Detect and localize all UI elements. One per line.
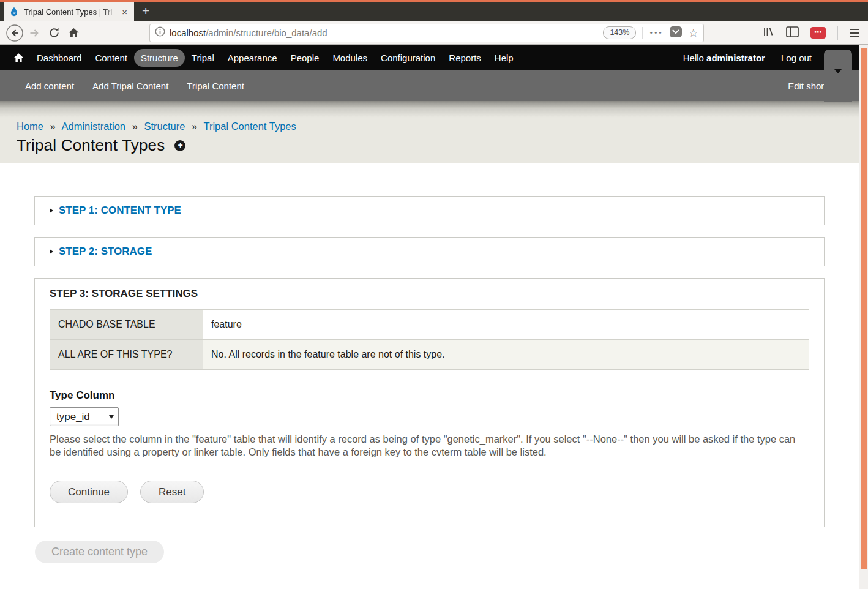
step3-legend: STEP 3: STORAGE SETTINGS [50,288,809,300]
create-content-type-button[interactable]: Create content type [35,541,164,563]
breadcrumb-link-tripal-content-types[interactable]: Tripal Content Types [203,121,296,132]
library-icon[interactable] [762,26,774,40]
greeting-text: Hello [683,53,706,63]
add-contextual-icon[interactable]: + [174,140,185,151]
page-header: Home » Administration » Structure » Trip… [0,101,868,163]
toolbar-item-people[interactable]: People [284,49,326,67]
shortcut-add-tripal-content[interactable]: Add Tripal Content [83,81,178,91]
sidebar-icon[interactable] [786,26,799,40]
storage-settings-table: CHADO BASE TABLE feature ALL ARE OF THIS… [50,309,809,370]
bookmark-star-icon[interactable]: ☆ [689,28,698,39]
type-column-label: Type Column [50,389,809,402]
site-info-icon[interactable] [155,26,165,39]
step2-label: STEP 2: STORAGE [59,246,152,258]
breadcrumb-link-administration[interactable]: Administration [61,121,125,132]
reset-button[interactable]: Reset [140,481,204,503]
back-button[interactable] [5,23,24,43]
menu-hamburger-icon[interactable] [850,29,859,37]
new-tab-button[interactable]: + [134,2,157,21]
scrollbar-thumb[interactable] [861,48,867,569]
toolbar-item-tripal[interactable]: Tripal [185,49,221,67]
type-column-select[interactable]: type_id [50,407,119,426]
collapsed-arrow-icon [50,249,53,254]
chevron-down-icon [834,69,842,73]
page-actions-icon[interactable]: ••• [649,29,662,37]
toolbar-orientation-toggle[interactable] [824,50,852,102]
fieldset-step3: STEP 3: STORAGE SETTINGS CHADO BASE TABL… [34,278,825,527]
toolbar-item-modules[interactable]: Modules [326,49,374,67]
breadcrumb: Home » Administration » Structure » Trip… [17,121,868,132]
url-path: /admin/structure/bio_data/add [206,28,327,38]
browser-tab-active[interactable]: Tripal Content Types | Tri × [4,2,134,21]
toolbar-item-structure[interactable]: Structure [134,49,185,67]
breadcrumb-separator: » [192,121,197,132]
breadcrumb-separator: » [50,121,56,132]
chado-base-table-value: feature [203,310,809,340]
drupal-favicon-icon [9,7,19,17]
username-text: administrator [706,53,765,63]
tab-title: Tripal Content Types | Tri [24,7,120,17]
table-row: CHADO BASE TABLE feature [50,310,809,340]
select-arrow-icon [109,415,114,419]
shortcut-add-content[interactable]: Add content [16,81,83,91]
tab-close-icon[interactable]: × [120,7,129,17]
page-title: Tripal Content Types [17,136,165,155]
selected-option-text: type_id [56,411,90,423]
fieldset-step2: STEP 2: STORAGE [34,237,825,266]
breadcrumb-link-structure[interactable]: Structure [144,121,185,132]
toolbar-item-content[interactable]: Content [88,49,134,67]
toolbar-right-icons: ⋯ [762,26,863,40]
toolbar-item-dashboard[interactable]: Dashboard [30,49,88,67]
toolbar-item-appearance[interactable]: Appearance [221,49,284,67]
toolbar-item-configuration[interactable]: Configuration [374,49,442,67]
breadcrumb-link-home[interactable]: Home [17,121,43,132]
toolbar-item-reports[interactable]: Reports [442,49,488,67]
collapsed-arrow-icon [50,208,53,213]
url-bar[interactable]: localhost/admin/structure/bio_data/add 1… [149,24,704,42]
toolbar-item-help[interactable]: Help [488,49,520,67]
shortcuts-bar: Add content Add Tripal Content Tripal Co… [0,70,868,101]
step1-label: STEP 1: CONTENT TYPE [59,204,181,217]
web-page-viewport: Dashboard Content Structure Tripal Appea… [0,45,868,588]
step1-toggle-link[interactable]: STEP 1: CONTENT TYPE [50,204,181,217]
all-of-type-header: ALL ARE OF THIS TYPE? [50,340,203,370]
type-column-description: Please select the column in the "feature… [50,433,809,459]
toolbar-home-icon[interactable] [13,53,24,63]
url-host: localhost [170,28,206,38]
step2-toggle-link[interactable]: STEP 2: STORAGE [50,246,152,258]
urlbar-divider [642,27,643,39]
all-of-type-value: No. All records in the feature table are… [203,340,809,370]
zoom-level-badge[interactable]: 143% [603,26,636,39]
fieldset-step1: STEP 1: CONTENT TYPE [34,196,825,225]
page-scrollbar[interactable] [859,45,868,589]
forward-button[interactable] [24,23,44,43]
reload-button[interactable] [44,23,64,43]
tab-bar: Tripal Content Types | Tri × + [0,2,868,21]
shortcut-tripal-content[interactable]: Tripal Content [178,81,253,91]
pocket-icon[interactable] [669,26,683,40]
toolbar-divider [837,26,838,40]
logout-link[interactable]: Log out [781,49,812,67]
continue-button[interactable]: Continue [50,481,128,503]
table-row: ALL ARE OF THIS TYPE? No. All records in… [50,340,809,370]
page-content: STEP 1: CONTENT TYPE STEP 2: STORAGE STE… [0,163,868,563]
chado-base-table-header: CHADO BASE TABLE [50,310,203,340]
drupal-admin-toolbar: Dashboard Content Structure Tripal Appea… [0,45,868,70]
breadcrumb-separator: » [132,121,138,132]
navigation-toolbar: localhost/admin/structure/bio_data/add 1… [0,21,868,45]
user-greeting: Hello administrator [683,53,765,63]
url-text: localhost/admin/structure/bio_data/add [170,28,327,38]
browser-window: Tripal Content Types | Tri × + localhost… [0,0,868,589]
screenshot-extension-icon[interactable]: ⋯ [810,27,826,39]
step3-buttons: Continue Reset [50,481,809,503]
page-title-row: Tripal Content Types + [17,136,868,155]
home-button[interactable] [64,23,83,43]
